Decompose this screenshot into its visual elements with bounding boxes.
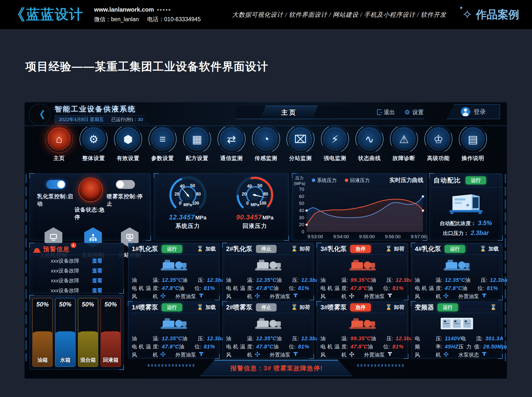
fan-icon: ✣ bbox=[255, 351, 260, 358]
load-action-button[interactable]: ⌛卸荷 bbox=[385, 304, 404, 311]
pressure-gauges-panel: 020405080100MPa 12.3457MPa 系统压力 02040508… bbox=[154, 173, 289, 240]
pump-image bbox=[132, 313, 216, 334]
emulsion-pump-toggle[interactable] bbox=[46, 180, 66, 189]
menu-item-hexagon[interactable]: ⬢ 有效设置 bbox=[111, 126, 145, 170]
svg-text:9:57:00: 9:57:00 bbox=[411, 234, 426, 239]
portfolio-label: 作品案例 bbox=[476, 7, 519, 22]
fan-icon: ✣ bbox=[255, 293, 260, 299]
card-name: 1#喷雾泵 bbox=[132, 303, 158, 312]
wechat-text: 微信：ben_lanlan bbox=[94, 16, 139, 23]
curve-icon: ∿ bbox=[357, 126, 382, 152]
menu-item-substation[interactable]: ⌧ 分站监测 bbox=[283, 126, 318, 170]
status-badge: 停止 bbox=[256, 245, 277, 253]
right-scroll-rail[interactable] bbox=[505, 174, 506, 361]
hourglass-icon: ⌛ bbox=[197, 246, 203, 252]
status-badge: 运行 bbox=[162, 303, 182, 311]
star-icon: ✧✦ bbox=[462, 7, 472, 22]
ext-pump-icon bbox=[482, 293, 487, 298]
status-badge: 停止 bbox=[256, 303, 277, 311]
concentration-value: 3.5% bbox=[478, 219, 492, 227]
menu-item-recipe[interactable]: ▦ 配方设置 bbox=[180, 126, 214, 170]
pump-card-2#乳化泵: 2#乳化泵 停止 ⌛卸荷 油温:12.35°C 油压:12.3bar 电机温度:… bbox=[222, 243, 314, 300]
avatar-icon bbox=[461, 107, 470, 116]
load-action-button[interactable]: ⌛卸荷 bbox=[291, 245, 310, 252]
hourglass-icon: ⌛ bbox=[197, 304, 203, 310]
svg-text:30: 30 bbox=[299, 215, 304, 220]
auto-ratio-panel: 自动配比 运行 自动配比浓度：3.5% 出口压力：2.3bar bbox=[429, 173, 502, 240]
menu-item-advanced[interactable]: ♔ 高级功能 bbox=[421, 126, 456, 170]
gauge-return-pressure: 020405080100MPa 90.3457MPa 回液压力 bbox=[221, 174, 289, 240]
tank-percent: 50% bbox=[33, 301, 52, 308]
svg-text:实时压力曲线: 实时压力曲线 bbox=[389, 177, 423, 183]
outlet-pressure-value: 2.3bar bbox=[471, 229, 489, 236]
warning-view-link[interactable]: 查看 bbox=[92, 277, 102, 284]
svg-text:压力: 压力 bbox=[295, 176, 304, 180]
load-action-button[interactable]: ⌛加载 bbox=[197, 304, 216, 311]
system-logo-icon: 《 bbox=[29, 104, 51, 126]
services-nav: 大数据可视化设计 / 软件界面设计 / 网站建设 / 手机及小程序设计 / 软件… bbox=[232, 11, 446, 19]
left-scroll-rail[interactable] bbox=[25, 174, 27, 361]
fan-icon: ✣ bbox=[349, 351, 354, 358]
site-header: 《 蓝蓝设计 www.lanlanwork.com ▸▸▸▸▸ 微信：ben_l… bbox=[0, 0, 532, 29]
tab-home[interactable]: 主页 bbox=[261, 106, 318, 119]
svg-text:50: 50 bbox=[299, 201, 304, 206]
warning-text: xxx设备故障 bbox=[51, 287, 79, 294]
svg-text:(MPa): (MPa) bbox=[294, 181, 305, 186]
site-url: www.lanlanwork.com bbox=[94, 6, 154, 13]
menu-item-manual[interactable]: ▤ 操作说明 bbox=[456, 126, 490, 170]
logout-button[interactable]: 退出 bbox=[377, 108, 395, 116]
card-name: 4#乳化泵 bbox=[415, 245, 441, 253]
auto-ratio-title: 自动配比 bbox=[433, 176, 461, 185]
warning-text: xxx设备故障 bbox=[51, 277, 79, 284]
svg-text:40: 40 bbox=[299, 208, 304, 213]
alarm-text: 报警信息：3# 喷雾泵故障急停! bbox=[230, 364, 323, 372]
power-icon: ⚡ bbox=[322, 126, 348, 152]
comm-icon: ⇄ bbox=[219, 126, 244, 152]
svg-text:MPa: MPa bbox=[183, 202, 192, 207]
water-pump-status-icon bbox=[482, 351, 487, 357]
menu-item-comm[interactable]: ⇄ 通信监测 bbox=[214, 126, 249, 170]
pump-card-3#喷雾泵: 3#喷雾泵 急停 ⌛卸荷 油温:99.35°C 油压:12.3bar 电机温度:… bbox=[317, 301, 408, 359]
menu-item-curve[interactable]: ∿ 状态曲线 bbox=[352, 126, 387, 170]
date-runtime-bar: 2022年4月8日 星期五 已运行(秒)：30 bbox=[55, 115, 150, 124]
gauge-system-pressure: 020405080100MPa 12.3457MPa 系统压力 bbox=[154, 174, 221, 240]
gauge-value: 12.3457MPa bbox=[169, 214, 206, 221]
menu-item-fault[interactable]: ⚠ 故障诊断 bbox=[387, 126, 421, 170]
portfolio-link[interactable]: ✧✦ 作品案例 bbox=[462, 7, 519, 22]
emergency-stop-button[interactable] bbox=[78, 178, 103, 202]
menu-item-sensor[interactable]: ◔ 传感监测 bbox=[249, 126, 283, 170]
load-action-button[interactable]: ⌛加载 bbox=[480, 245, 499, 252]
load-action-button[interactable]: ⌛ bbox=[490, 304, 499, 310]
dashboard-header: 《 智能工业设备供液系统 2022年4月8日 星期五 已运行(秒)：30 主页 … bbox=[25, 102, 507, 126]
status-badge: 急停 bbox=[350, 303, 371, 311]
substation-icon: ⌧ bbox=[288, 126, 313, 152]
spray-pump-toggle[interactable] bbox=[116, 180, 135, 189]
menu-item-home[interactable]: ⌂ 主页 bbox=[42, 126, 76, 170]
svg-text:MPa: MPa bbox=[250, 202, 259, 207]
svg-text:40: 40 bbox=[180, 184, 185, 189]
brand-logo: 《 蓝蓝设计 bbox=[9, 5, 83, 24]
load-action-button[interactable]: ⌛加载 bbox=[197, 245, 216, 252]
menu-item-gear[interactable]: ⚙ 整体设置 bbox=[76, 126, 111, 170]
warning-title: 预警信息4 bbox=[43, 245, 70, 253]
menu-item-power[interactable]: ⚡ 强电监测 bbox=[318, 126, 352, 170]
inverter-card: 变频器 运行 ⌛ 电压:1140V 电流:301.3A 频率:45HZ 压力值:… bbox=[411, 301, 502, 359]
ext-pump-icon bbox=[293, 351, 298, 357]
load-action-button[interactable]: ⌛卸荷 bbox=[291, 304, 310, 311]
fan-icon: ✣ bbox=[443, 351, 449, 358]
auto-ratio-status-badge: 运行 bbox=[466, 176, 486, 184]
card-name: 1#乳化泵 bbox=[132, 245, 158, 253]
load-action-button[interactable]: ⌛卸荷 bbox=[385, 245, 404, 252]
svg-text:100: 100 bbox=[192, 201, 199, 206]
emulsion-toggle-label: 乳化泵控制:启动 bbox=[37, 193, 75, 208]
settings-button[interactable]: ⚙设置 bbox=[404, 108, 424, 116]
fault-icon: ⚠ bbox=[391, 126, 416, 152]
warning-view-link[interactable]: 查看 bbox=[92, 287, 102, 294]
login-button[interactable]: 登录 bbox=[447, 104, 500, 119]
menu-item-sliders[interactable]: ≡ 参数设置 bbox=[145, 126, 180, 170]
svg-text:0: 0 bbox=[301, 229, 304, 234]
warning-view-link[interactable]: 查看 bbox=[92, 267, 102, 274]
pump-image bbox=[132, 255, 216, 276]
brand-name: 蓝蓝设计 bbox=[26, 5, 83, 24]
warning-view-link[interactable]: 查看 bbox=[92, 257, 102, 264]
